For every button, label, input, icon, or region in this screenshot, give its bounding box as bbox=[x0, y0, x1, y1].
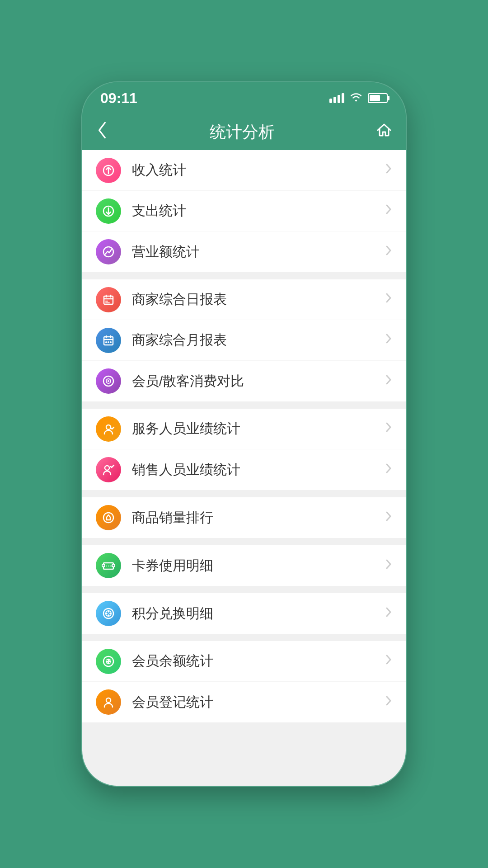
svg-point-5 bbox=[105, 341, 107, 343]
icon-register bbox=[96, 689, 121, 715]
svg-point-11 bbox=[106, 425, 111, 429]
svg-point-12 bbox=[105, 466, 109, 470]
chevron-service bbox=[385, 421, 392, 436]
status-time: 09:11 bbox=[100, 90, 137, 107]
label-expense: 支出统计 bbox=[132, 202, 385, 220]
chevron-product bbox=[385, 510, 392, 525]
icon-service bbox=[96, 416, 121, 442]
menu-item-monthly[interactable]: 商家综合月报表 bbox=[82, 320, 406, 361]
svg-point-20 bbox=[106, 698, 111, 703]
chevron-monthly bbox=[385, 333, 392, 348]
section-section-2: 商家综合日报表 商家综合月报表 会员/散客消费对比 bbox=[82, 279, 406, 401]
chevron-coupon bbox=[385, 558, 392, 573]
chevron-member-compare bbox=[385, 374, 392, 389]
label-service: 服务人员业绩统计 bbox=[132, 420, 385, 438]
menu-item-coupon[interactable]: 卡券使用明细 bbox=[82, 545, 406, 586]
svg-point-15 bbox=[102, 564, 105, 567]
menu-item-product[interactable]: 商品销量排行 bbox=[82, 497, 406, 538]
svg-point-16 bbox=[112, 564, 115, 567]
icon-balance bbox=[96, 649, 121, 674]
svg-point-10 bbox=[108, 380, 109, 382]
chevron-sales bbox=[385, 462, 392, 477]
section-section-6: 积分兑换明细 bbox=[82, 593, 406, 634]
menu-item-register[interactable]: 会员登记统计 bbox=[82, 682, 406, 722]
wifi-icon bbox=[350, 92, 362, 104]
menu-item-daily[interactable]: 商家综合日报表 bbox=[82, 279, 406, 320]
icon-monthly bbox=[96, 328, 121, 353]
home-button[interactable] bbox=[376, 122, 392, 142]
menu-item-expense[interactable]: 支出统计 bbox=[82, 191, 406, 231]
label-income: 收入统计 bbox=[132, 161, 385, 179]
page-title: 统计分析 bbox=[210, 121, 275, 143]
icon-expense bbox=[96, 198, 121, 224]
icon-points bbox=[96, 601, 121, 626]
menu-item-revenue[interactable]: 营业额统计 bbox=[82, 231, 406, 272]
svg-point-17 bbox=[103, 609, 113, 618]
label-sales: 销售人员业绩统计 bbox=[132, 461, 385, 479]
nav-bar: 统计分析 bbox=[82, 114, 406, 150]
section-section-1: 收入统计 支出统计 营业额统计 bbox=[82, 150, 406, 272]
section-section-4: 商品销量排行 bbox=[82, 497, 406, 538]
icon-income bbox=[96, 158, 121, 183]
chevron-expense bbox=[385, 203, 392, 218]
section-section-5: 卡券使用明细 bbox=[82, 545, 406, 586]
chevron-balance bbox=[385, 654, 392, 669]
menu-item-service[interactable]: 服务人员业绩统计 bbox=[82, 409, 406, 449]
label-register: 会员登记统计 bbox=[132, 693, 385, 712]
section-section-3: 服务人员业绩统计 销售人员业绩统计 bbox=[82, 409, 406, 490]
menu-item-points[interactable]: 积分兑换明细 bbox=[82, 593, 406, 634]
signal-icon bbox=[329, 93, 344, 103]
chevron-register bbox=[385, 695, 392, 710]
label-product: 商品销量排行 bbox=[132, 509, 385, 527]
chevron-income bbox=[385, 163, 392, 178]
content-area: 收入统计 支出统计 营业额统计 商家综合日报表 商家综合月报表 会员/散客消费对… bbox=[82, 150, 406, 787]
menu-item-balance[interactable]: 会员余额统计 bbox=[82, 641, 406, 682]
icon-coupon bbox=[96, 553, 121, 578]
icon-product bbox=[96, 505, 121, 530]
section-section-7: 会员余额统计 会员登记统计 bbox=[82, 641, 406, 722]
back-button[interactable] bbox=[96, 121, 108, 143]
label-balance: 会员余额统计 bbox=[132, 652, 385, 670]
battery-icon bbox=[368, 93, 388, 103]
icon-member-compare bbox=[96, 368, 121, 394]
label-coupon: 卡券使用明细 bbox=[132, 557, 385, 575]
phone-shell: 09:11 统计分析 bbox=[81, 81, 407, 787]
status-bar: 09:11 bbox=[82, 82, 406, 114]
svg-rect-4 bbox=[104, 337, 113, 345]
menu-item-sales[interactable]: 销售人员业绩统计 bbox=[82, 449, 406, 490]
menu-item-income[interactable]: 收入统计 bbox=[82, 150, 406, 191]
chevron-points bbox=[385, 606, 392, 621]
label-monthly: 商家综合月报表 bbox=[132, 331, 385, 349]
svg-point-13 bbox=[103, 513, 113, 523]
icon-sales bbox=[96, 457, 121, 482]
status-icons bbox=[329, 92, 388, 104]
icon-revenue bbox=[96, 239, 121, 264]
icon-daily bbox=[96, 287, 121, 312]
label-daily: 商家综合日报表 bbox=[132, 290, 385, 309]
chevron-revenue bbox=[385, 245, 392, 259]
svg-point-7 bbox=[110, 341, 112, 343]
label-revenue: 营业额统计 bbox=[132, 243, 385, 261]
svg-point-6 bbox=[108, 341, 109, 343]
label-points: 积分兑换明细 bbox=[132, 604, 385, 623]
menu-item-member-compare[interactable]: 会员/散客消费对比 bbox=[82, 361, 406, 401]
chevron-daily bbox=[385, 292, 392, 307]
label-member-compare: 会员/散客消费对比 bbox=[132, 372, 385, 391]
